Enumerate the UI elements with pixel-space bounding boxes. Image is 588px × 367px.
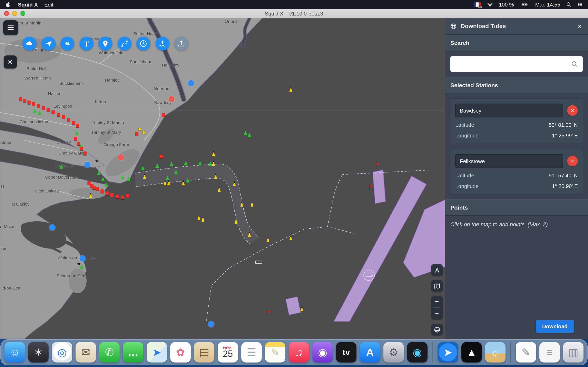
dock-squid-icon[interactable]: ➤	[438, 342, 458, 363]
download-button[interactable]: Download	[536, 320, 574, 333]
tide-station-point[interactable]	[79, 256, 86, 262]
dock-appstore-icon[interactable]: A	[360, 342, 380, 363]
tide-gauge-button[interactable]	[155, 37, 169, 50]
green-buoy-marker	[121, 175, 124, 179]
sidebar-close-button[interactable]	[4, 55, 17, 68]
input-source-flag-icon[interactable]: 123	[474, 2, 481, 7]
place-label: Waldringfield	[99, 50, 123, 55]
place-label: kstead	[0, 140, 11, 145]
dock-photos-icon[interactable]: ✿	[170, 342, 191, 363]
tide-station-point[interactable]	[208, 321, 214, 327]
dock-contacts-icon[interactable]: ▤	[194, 342, 214, 363]
panel-close-button[interactable]	[576, 22, 583, 30]
cardinal-buoy-marker	[289, 235, 293, 240]
green-buoy-marker	[174, 170, 178, 174]
tide-station-point[interactable]	[49, 225, 55, 231]
tide-station-point-red[interactable]	[118, 154, 124, 160]
green-buoy-marker	[243, 131, 247, 135]
dock-preview-icon[interactable]: ☼	[485, 342, 506, 363]
time-button[interactable]	[136, 37, 150, 50]
dock-launchpad-icon[interactable]: ✶	[28, 342, 49, 363]
menu-clock[interactable]: Mar. 14:55	[535, 1, 560, 8]
green-buoy-marker	[208, 161, 212, 166]
place-label: Hemley	[105, 77, 120, 82]
dock-trash-icon[interactable]: ▥	[563, 342, 584, 363]
tide-station-point-red[interactable]	[168, 96, 174, 102]
place-label: Parkeston	[56, 163, 75, 168]
zoom-out-button[interactable]: −	[431, 308, 443, 319]
dock-finder-icon[interactable]: ☺	[4, 342, 25, 363]
red-buoy-marker	[80, 147, 83, 150]
dock-siri-icon[interactable]: ◉	[407, 342, 428, 363]
hl-icon	[63, 40, 71, 48]
dock-settings-icon[interactable]: ⚙	[383, 342, 404, 363]
facetime-glyph: ✆	[105, 347, 114, 358]
yellow-dot-marker	[138, 128, 141, 131]
station-name-field[interactable]: Felixstowe	[455, 154, 563, 168]
dock-docs-icon[interactable]: ≡	[539, 342, 560, 363]
red-buoy-marker	[100, 189, 104, 193]
remove-station-button[interactable]	[567, 156, 578, 166]
control-center-icon[interactable]	[577, 2, 583, 7]
route-tool-button[interactable]	[431, 264, 443, 276]
map-style-button[interactable]	[431, 280, 443, 292]
place-label: Kirton	[95, 99, 106, 104]
cardinal-buoy-marker	[266, 237, 270, 242]
red-buoy-marker	[37, 104, 40, 108]
dock-maps-icon[interactable]: ➤	[147, 342, 167, 363]
weather-button[interactable]	[22, 37, 36, 50]
search-input[interactable]	[450, 56, 583, 72]
dock-textedit-icon[interactable]: ✎	[516, 342, 536, 363]
dock-messages-icon[interactable]: …	[123, 342, 143, 363]
menu-edit[interactable]: Edit	[44, 1, 53, 8]
dock-safari-icon[interactable]: ◎	[52, 342, 72, 363]
sailing-glyph: ▲	[466, 347, 477, 358]
yellow-dot-marker	[142, 131, 145, 134]
red-buoy-marker	[57, 113, 60, 117]
close-window-button[interactable]	[4, 11, 9, 16]
sidebar-menu-button[interactable]	[3, 20, 18, 35]
apple-menu-icon[interactable]	[5, 1, 11, 8]
dock-sailing-icon[interactable]: ▲	[461, 342, 482, 363]
red-buoy-marker	[126, 194, 129, 198]
station-name-field[interactable]: Bawdsey	[455, 104, 563, 117]
place-label: Walton-on-the-Naze	[58, 255, 96, 260]
dock-mail-icon[interactable]: ✉	[76, 342, 96, 363]
upload-button[interactable]	[174, 37, 188, 50]
wreck-marker: ★	[95, 159, 99, 163]
wind-button[interactable]	[42, 37, 55, 50]
app-menu-title[interactable]: Squid X	[18, 1, 38, 8]
place-label: Grange Farm	[104, 142, 129, 147]
dock-calendar-icon[interactable]: FÉVR.25	[218, 342, 238, 363]
routes-button[interactable]	[117, 37, 131, 50]
podcasts-glyph: ◉	[318, 347, 327, 358]
tide-extremes-button[interactable]	[61, 37, 74, 50]
dock-music-icon[interactable]: ♫	[289, 342, 309, 363]
globe-layer-button[interactable]	[431, 324, 443, 335]
plane-icon	[44, 40, 52, 48]
settings-glyph: ⚙	[389, 347, 398, 358]
dock-reminders-icon[interactable]: ☰	[241, 342, 262, 363]
place-label: at Oakley	[11, 201, 30, 206]
green-buoy-marker	[97, 171, 101, 175]
green-buoy-marker	[198, 161, 202, 165]
zoom-in-button[interactable]: +	[431, 296, 443, 308]
battery-icon[interactable]	[520, 1, 529, 8]
tide-station-point[interactable]	[188, 80, 194, 86]
spotlight-icon[interactable]	[566, 2, 572, 7]
stations-button[interactable]	[79, 37, 93, 50]
dock-tv-icon[interactable]: tv	[336, 342, 356, 363]
dock-podcasts-icon[interactable]: ◉	[312, 342, 333, 363]
zoom-window-button[interactable]	[20, 11, 25, 16]
dock-facetime-icon[interactable]: ✆	[99, 342, 120, 363]
window-titlebar[interactable]: Squid X – v1.10.0-beta.3	[0, 9, 588, 18]
tide-station-point[interactable]	[84, 162, 90, 168]
location-button[interactable]	[98, 37, 112, 50]
input-source-label: 123	[477, 6, 482, 8]
dock-notes-icon[interactable]: ✎	[265, 342, 285, 363]
wifi-icon[interactable]	[486, 1, 493, 8]
cardinal-buoy-marker	[233, 181, 236, 186]
minimize-window-button[interactable]	[12, 11, 17, 16]
nautical-chart-map[interactable]: denham St MartinMaidensgraveSutton Heath…	[0, 18, 445, 339]
remove-station-button[interactable]	[567, 105, 578, 116]
